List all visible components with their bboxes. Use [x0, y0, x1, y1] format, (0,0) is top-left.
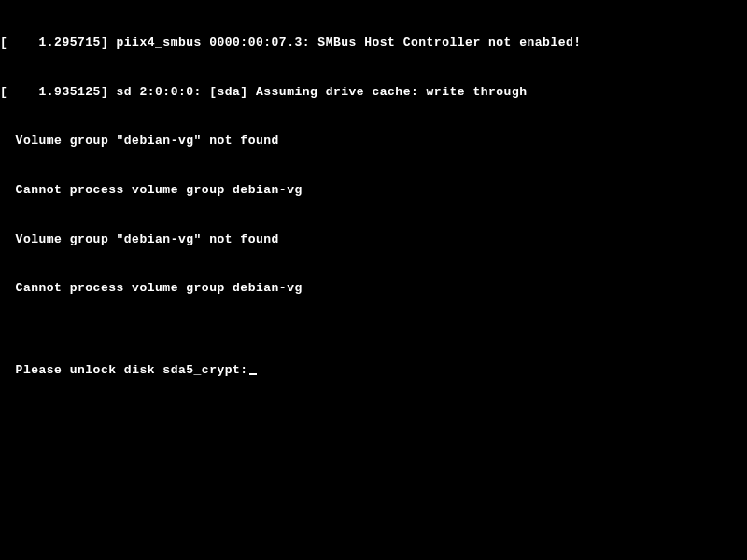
unlock-prompt: Please unlock disk sda5_crypt:	[16, 363, 248, 377]
lvm-error-line: Cannot process volume group debian-vg	[0, 182, 747, 199]
lvm-error-line: Volume group "debian-vg" not found	[0, 133, 747, 149]
kernel-log-line: [ 1.295715] piix4_smbus 0000:00:07.3: SM…	[0, 35, 747, 51]
password-input[interactable]	[248, 363, 257, 377]
lvm-error-line: Volume group "debian-vg" not found	[0, 231, 747, 248]
cursor-icon	[249, 373, 257, 375]
boot-console: [ 1.295715] piix4_smbus 0000:00:07.3: SM…	[0, 2, 747, 379]
kernel-log-line: [ 1.935125] sd 2:0:0:0: [sda] Assuming d…	[0, 84, 747, 101]
lvm-error-line: Cannot process volume group debian-vg	[0, 280, 747, 297]
blank-line	[0, 329, 747, 346]
